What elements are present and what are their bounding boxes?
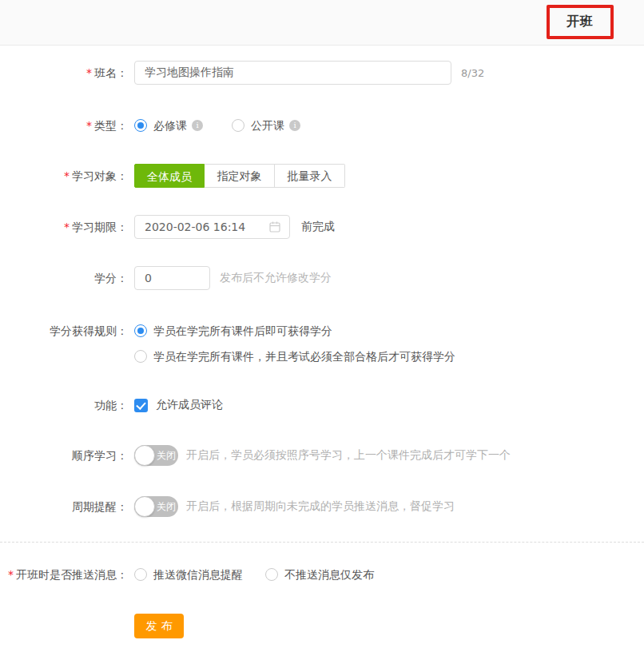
char-counter: 8/32 <box>461 67 484 79</box>
section-divider <box>0 542 644 543</box>
field-audience: *学习对象： 全体成员 指定对象 批量录入 <box>0 164 644 188</box>
field-sequential-learning: 顺序学习： 关闭 开启后，学员必须按照序号学习，上一个课件完成后才可学下一个 <box>0 445 644 466</box>
type-label: *类型： <box>0 117 128 133</box>
radio-push-wechat[interactable]: 推送微信消息提醒 <box>134 567 243 582</box>
sequential-hint: 开启后，学员必须按照序号学习，上一个课件完成后才可学下一个 <box>186 448 511 463</box>
calendar-icon[interactable] <box>268 221 281 233</box>
field-class-name: *班名： 学习地图操作指南 8/32 <box>0 61 644 85</box>
sequential-toggle[interactable]: 关闭 <box>134 445 178 466</box>
deadline-label: *学习期限： <box>0 219 128 235</box>
publish-button[interactable]: 发布 <box>134 614 184 638</box>
radio-icon <box>134 350 147 363</box>
annotation-box: 开班 <box>547 5 614 39</box>
field-credits: 学分： 0 发布后不允许修改学分 <box>0 266 644 290</box>
audience-batch-import-button[interactable]: 批量录入 <box>275 164 345 188</box>
field-type: *类型： 必修课 i 公开课 i <box>0 117 644 133</box>
features-label: 功能： <box>0 397 128 413</box>
radio-credit-rule-complete-courseware[interactable]: 学员在学完所有课件后即可获得学分 <box>134 323 455 339</box>
create-class-form: *班名： 学习地图操作指南 8/32 *类型： 必修课 i 公开课 i <box>0 46 644 638</box>
radio-icon <box>134 119 147 132</box>
field-credit-rule: 学分获得规则： 学员在学完所有课件后即可获得学分 学员在学完所有课件，并且考试必… <box>0 323 644 364</box>
required-mark: * <box>8 568 14 581</box>
class-name-label: *班名： <box>0 65 128 81</box>
toggle-knob-icon <box>134 496 155 517</box>
audience-all-members-button[interactable]: 全体成员 <box>134 164 205 188</box>
allow-comments-checkbox[interactable] <box>134 399 148 412</box>
radio-icon <box>265 568 278 581</box>
reminder-label: 周期提醒： <box>0 499 128 515</box>
radio-no-push[interactable]: 不推送消息仅发布 <box>265 567 374 582</box>
page: 开班 *班名： 学习地图操作指南 8/32 *类型： 必修课 i <box>0 0 644 648</box>
radio-icon <box>232 119 244 132</box>
audience-button-group: 全体成员 指定对象 批量录入 <box>134 164 345 188</box>
class-name-input[interactable]: 学习地图操作指南 <box>134 61 451 85</box>
radio-required-course[interactable]: 必修课 <box>134 117 187 133</box>
credits-input[interactable]: 0 <box>134 266 210 290</box>
required-mark: * <box>86 119 92 132</box>
audience-label: *学习对象： <box>0 168 128 184</box>
field-features: 功能： 允许成员评论 <box>0 397 644 413</box>
radio-open-course[interactable]: 公开课 <box>232 117 284 133</box>
page-title[interactable]: 开班 <box>566 14 594 29</box>
field-deadline: *学习期限： 2020-02-06 16:14 前完成 <box>0 215 644 239</box>
push-message-label: *开班时是否推送消息： <box>0 567 128 582</box>
field-push-message: *开班时是否推送消息： 推送微信消息提醒 不推送消息仅发布 <box>0 567 644 582</box>
allow-comments-label: 允许成员评论 <box>156 398 223 412</box>
reminder-hint: 开启后，根据周期向未完成的学员推送消息，督促学习 <box>186 499 455 514</box>
required-mark: * <box>86 66 92 79</box>
sequential-label: 顺序学习： <box>0 447 128 463</box>
top-bar: 开班 <box>0 0 644 46</box>
deadline-suffix: 前完成 <box>301 220 335 234</box>
required-mark: * <box>64 221 70 233</box>
toggle-knob-icon <box>134 445 155 466</box>
field-periodic-reminder: 周期提醒： 关闭 开启后，根据周期向未完成的学员推送消息，督促学习 <box>0 496 644 517</box>
deadline-datetime-input[interactable]: 2020-02-06 16:14 <box>134 215 290 239</box>
credits-hint: 发布后不允许修改学分 <box>220 271 332 285</box>
radio-icon <box>134 568 147 581</box>
radio-credit-rule-pass-exams[interactable]: 学员在学完所有课件，并且考试必须全部合格后才可获得学分 <box>134 348 455 364</box>
audience-specified-button[interactable]: 指定对象 <box>205 164 275 188</box>
reminder-toggle[interactable]: 关闭 <box>134 496 178 517</box>
radio-icon <box>134 324 147 337</box>
required-mark: * <box>64 169 70 182</box>
credit-rule-label: 学分获得规则： <box>0 323 128 339</box>
credits-label: 学分： <box>0 270 128 286</box>
info-icon[interactable]: i <box>192 120 203 131</box>
info-icon[interactable]: i <box>289 120 300 131</box>
